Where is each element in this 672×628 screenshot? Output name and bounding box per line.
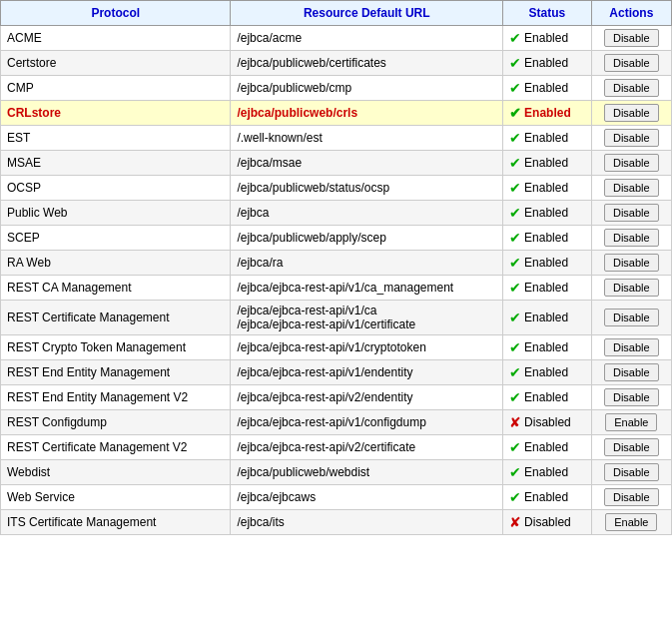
disable-button[interactable]: Disable <box>604 54 659 72</box>
status-cell: ✔Enabled <box>503 76 592 101</box>
actions-cell: Disable <box>591 360 671 385</box>
disable-button[interactable]: Disable <box>604 388 659 406</box>
disable-button[interactable]: Disable <box>604 438 659 456</box>
table-row: CRLstore/ejbca/publicweb/crls✔EnabledDis… <box>1 101 672 126</box>
actions-cell: Enable <box>591 510 671 535</box>
check-icon: ✔ <box>509 339 521 355</box>
actions-header: Actions <box>591 1 671 26</box>
check-icon: ✔ <box>509 310 521 325</box>
url-cell: /ejbca/ejbcaws <box>231 485 503 510</box>
status-cell: ✘Disabled <box>503 410 592 435</box>
protocol-cell: REST Certificate Management V2 <box>1 435 231 460</box>
status-text: Enabled <box>524 390 568 404</box>
table-row: RA Web/ejbca/ra✔EnabledDisable <box>1 251 672 276</box>
disable-button[interactable]: Disable <box>604 29 659 47</box>
status-text: Disabled <box>524 415 571 429</box>
check-icon: ✔ <box>509 55 521 71</box>
table-row: REST End Entity Management V2/ejbca/ejbc… <box>1 385 672 410</box>
url-cell: /ejbca/publicweb/cmp <box>231 76 503 101</box>
table-row: MSAE/ejbca/msae✔EnabledDisable <box>1 151 672 176</box>
x-icon: ✘ <box>509 514 521 530</box>
actions-cell: Disable <box>591 51 671 76</box>
actions-cell: Disable <box>591 435 671 460</box>
x-icon: ✘ <box>509 414 521 430</box>
table-row: Web Service/ejbca/ejbcaws✔EnabledDisable <box>1 485 672 510</box>
status-cell: ✔Enabled <box>503 176 592 201</box>
url-cell: /ejbca/ejbca-rest-api/v1/cryptotoken <box>231 335 503 360</box>
url-cell: /ejbca/publicweb/certificates <box>231 51 503 76</box>
actions-cell: Disable <box>591 460 671 485</box>
status-text: Enabled <box>524 81 568 95</box>
protocol-cell: EST <box>1 126 231 151</box>
table-row: REST Certificate Management/ejbca/ejbca-… <box>1 301 672 335</box>
status-cell: ✔Enabled <box>503 26 592 51</box>
actions-cell: Disable <box>591 335 671 360</box>
disable-button[interactable]: Disable <box>604 309 659 326</box>
url-cell: /ejbca/msae <box>231 151 503 176</box>
disable-button[interactable]: Disable <box>604 129 659 147</box>
status-cell: ✔Enabled <box>503 435 592 460</box>
url-cell: /ejbca <box>231 201 503 226</box>
check-icon: ✔ <box>509 389 521 405</box>
url-cell: /ejbca/ejbca-rest-api/v1/ca_management <box>231 276 503 301</box>
actions-cell: Disable <box>591 385 671 410</box>
actions-cell: Disable <box>591 201 671 226</box>
disable-button[interactable]: Disable <box>604 463 659 481</box>
actions-cell: Disable <box>591 251 671 276</box>
status-text: Enabled <box>524 256 568 270</box>
disable-button[interactable]: Disable <box>604 179 659 197</box>
check-icon: ✔ <box>509 464 521 480</box>
disable-button[interactable]: Disable <box>604 279 659 297</box>
check-icon: ✔ <box>509 205 521 221</box>
status-text: Enabled <box>524 56 568 70</box>
actions-cell: Disable <box>591 301 671 335</box>
status-text: Enabled <box>524 156 568 170</box>
enable-button[interactable]: Enable <box>605 513 657 531</box>
table-row: ACME/ejbca/acme✔EnabledDisable <box>1 26 672 51</box>
url-cell: /ejbca/ra <box>231 251 503 276</box>
disable-button[interactable]: Disable <box>604 363 659 381</box>
protocol-cell: REST Crypto Token Management <box>1 335 231 360</box>
status-text: Enabled <box>524 181 568 195</box>
disable-button[interactable]: Disable <box>604 154 659 172</box>
actions-cell: Disable <box>591 26 671 51</box>
status-cell: ✔Enabled <box>503 460 592 485</box>
protocol-cell: MSAE <box>1 151 231 176</box>
actions-cell: Disable <box>591 126 671 151</box>
disable-button[interactable]: Disable <box>604 204 659 222</box>
check-icon: ✔ <box>509 439 521 455</box>
url-cell: /ejbca/publicweb/status/ocsp <box>231 176 503 201</box>
check-icon: ✔ <box>509 255 521 271</box>
table-row: OCSP/ejbca/publicweb/status/ocsp✔Enabled… <box>1 176 672 201</box>
table-row: Certstore/ejbca/publicweb/certificates✔E… <box>1 51 672 76</box>
status-text: Enabled <box>524 365 568 379</box>
disable-button[interactable]: Disable <box>604 338 659 356</box>
url-cell: /ejbca/publicweb/webdist <box>231 460 503 485</box>
table-row: REST Certificate Management V2/ejbca/ejb… <box>1 435 672 460</box>
status-text: Enabled <box>524 131 568 145</box>
table-row: EST/.well-known/est✔EnabledDisable <box>1 126 672 151</box>
protocol-cell: ACME <box>1 26 231 51</box>
disable-button[interactable]: Disable <box>604 104 659 122</box>
url-cell: /.well-known/est <box>231 126 503 151</box>
status-cell: ✔Enabled <box>503 301 592 335</box>
disable-button[interactable]: Disable <box>604 254 659 272</box>
status-text: Enabled <box>524 465 568 479</box>
url-cell: /ejbca/ejbca-rest-api/v2/endentity <box>231 385 503 410</box>
table-row: Webdist/ejbca/publicweb/webdist✔EnabledD… <box>1 460 672 485</box>
table-row: REST Configdump/ejbca/ejbca-rest-api/v1/… <box>1 410 672 435</box>
status-cell: ✔Enabled <box>503 51 592 76</box>
url-cell: /ejbca/ejbca-rest-api/v1/endentity <box>231 360 503 385</box>
check-icon: ✔ <box>509 155 521 171</box>
disable-button[interactable]: Disable <box>604 488 659 506</box>
protocol-cell: CMP <box>1 76 231 101</box>
table-row: Public Web/ejbca✔EnabledDisable <box>1 201 672 226</box>
protocol-cell: REST End Entity Management <box>1 360 231 385</box>
actions-cell: Disable <box>591 151 671 176</box>
protocol-cell: RA Web <box>1 251 231 276</box>
status-cell: ✔Enabled <box>503 101 592 126</box>
disable-button[interactable]: Disable <box>604 229 659 247</box>
check-icon: ✔ <box>509 489 521 505</box>
enable-button[interactable]: Enable <box>605 413 657 431</box>
disable-button[interactable]: Disable <box>604 79 659 97</box>
